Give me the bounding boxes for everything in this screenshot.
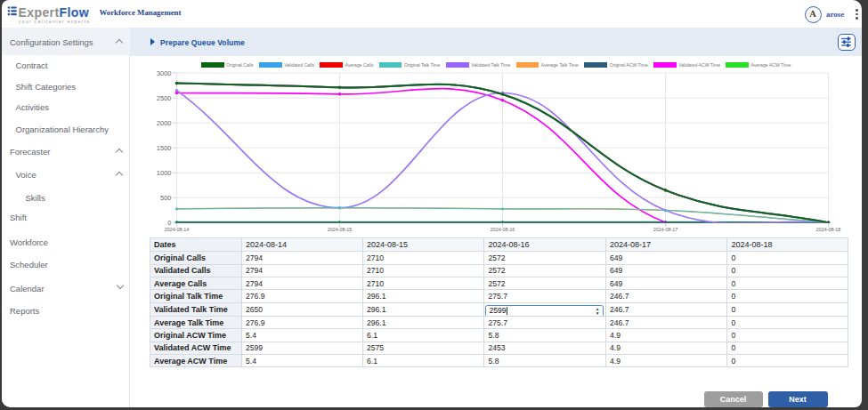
svg-text:3000: 3000: [157, 68, 172, 76]
svg-text:2000: 2000: [157, 118, 172, 126]
svg-text:0: 0: [167, 218, 171, 226]
svg-text:2024-08-16: 2024-08-16: [491, 227, 515, 232]
svg-text:2500: 2500: [157, 93, 172, 101]
svg-text:2024-08-18: 2024-08-18: [816, 227, 841, 232]
svg-text:2024-08-17: 2024-08-17: [653, 227, 678, 232]
svg-text:1000: 1000: [157, 168, 172, 176]
svg-text:500: 500: [160, 193, 172, 201]
svg-text:2024-08-14: 2024-08-14: [165, 227, 190, 232]
svg-text:2024-08-15: 2024-08-15: [328, 227, 353, 232]
svg-text:1500: 1500: [157, 143, 172, 151]
